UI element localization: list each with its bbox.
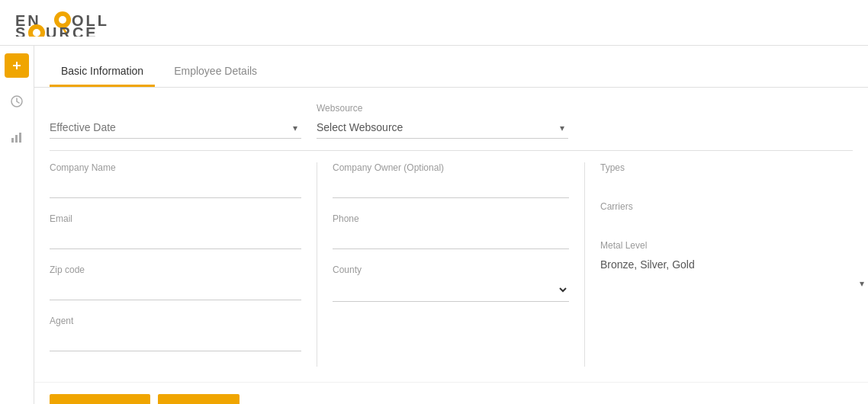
company-owner-group: Company Owner (Optional) bbox=[333, 162, 569, 198]
sidebar-history-icon[interactable] bbox=[5, 89, 29, 114]
button-row: CONTINUE CLEAR bbox=[34, 382, 868, 404]
form-container: ▾ Websource Select Websource ▾ bbox=[34, 88, 868, 382]
company-owner-input[interactable] bbox=[333, 176, 569, 198]
carriers-group: Carriers bbox=[600, 201, 853, 225]
app-header: EN OLL S URCE bbox=[0, 0, 868, 46]
effective-date-group: ▾ bbox=[50, 117, 301, 139]
col-left: Company Name Email Zip code bbox=[50, 162, 317, 367]
tab-employee-details[interactable]: Employee Details bbox=[162, 57, 268, 87]
clear-button[interactable]: CLEAR bbox=[158, 394, 240, 404]
county-arrow-icon: ▾ bbox=[860, 278, 864, 289]
county-group: County ▾ bbox=[333, 265, 569, 302]
email-input[interactable] bbox=[50, 227, 301, 249]
tab-bar: Basic Information Employee Details bbox=[34, 46, 868, 88]
agent-group: Agent bbox=[50, 316, 301, 351]
phone-group: Phone bbox=[333, 213, 569, 249]
logo: EN OLL S URCE bbox=[15, 5, 168, 40]
metal-level-group: Metal Level Bronze, Silver, Gold bbox=[600, 240, 853, 276]
types-value bbox=[600, 176, 853, 186]
three-col-section: Company Name Email Zip code bbox=[50, 162, 853, 367]
svg-rect-16 bbox=[19, 133, 21, 143]
company-name-group: Company Name bbox=[50, 162, 301, 198]
carriers-label: Carriers bbox=[600, 201, 853, 212]
websource-select[interactable]: Select Websource bbox=[317, 117, 568, 139]
email-label: Email bbox=[50, 213, 301, 224]
phone-input[interactable] bbox=[333, 227, 569, 249]
company-owner-label: Company Owner (Optional) bbox=[333, 162, 569, 173]
company-name-input[interactable] bbox=[50, 176, 301, 198]
svg-point-2 bbox=[59, 16, 66, 24]
phone-label: Phone bbox=[333, 213, 569, 224]
svg-point-7 bbox=[33, 29, 40, 37]
agent-label: Agent bbox=[50, 316, 301, 326]
col-right: Types Carriers Metal Level Bronze, Silve… bbox=[585, 162, 853, 367]
tab-basic-information[interactable]: Basic Information bbox=[50, 57, 155, 87]
svg-text:S: S bbox=[15, 24, 27, 37]
websource-group: Websource Select Websource ▾ bbox=[317, 103, 568, 139]
effective-date-input[interactable] bbox=[50, 117, 301, 139]
logo-svg: EN OLL S URCE bbox=[15, 5, 168, 37]
county-label: County bbox=[333, 265, 569, 275]
metal-level-label: Metal Level bbox=[600, 240, 853, 251]
zip-code-label: Zip code bbox=[50, 265, 301, 275]
continue-button[interactable]: CONTINUE bbox=[50, 394, 150, 404]
content-area: Basic Information Employee Details ▾ Web… bbox=[34, 46, 868, 404]
websource-label: Websource bbox=[317, 103, 568, 114]
svg-rect-14 bbox=[11, 138, 14, 143]
zip-code-input[interactable] bbox=[50, 278, 301, 300]
county-select[interactable] bbox=[333, 278, 569, 302]
zip-code-group: Zip code bbox=[50, 265, 301, 300]
svg-rect-15 bbox=[15, 135, 18, 143]
svg-text:URCE: URCE bbox=[46, 24, 98, 37]
sidebar bbox=[0, 46, 34, 404]
metal-level-value: Bronze, Silver, Gold bbox=[600, 254, 853, 276]
logo-text: EN OLL S URCE bbox=[15, 5, 168, 40]
types-group: Types bbox=[600, 162, 853, 186]
agent-input[interactable] bbox=[50, 329, 301, 351]
company-name-label: Company Name bbox=[50, 162, 301, 173]
top-row: ▾ Websource Select Websource ▾ bbox=[50, 103, 853, 139]
sidebar-add-icon[interactable] bbox=[5, 53, 29, 78]
form-divider bbox=[50, 150, 853, 151]
email-group: Email bbox=[50, 213, 301, 249]
col-mid: Company Owner (Optional) Phone County bbox=[317, 162, 585, 367]
types-label: Types bbox=[600, 162, 853, 173]
carriers-value bbox=[600, 215, 853, 225]
sidebar-chart-icon[interactable] bbox=[5, 125, 29, 149]
